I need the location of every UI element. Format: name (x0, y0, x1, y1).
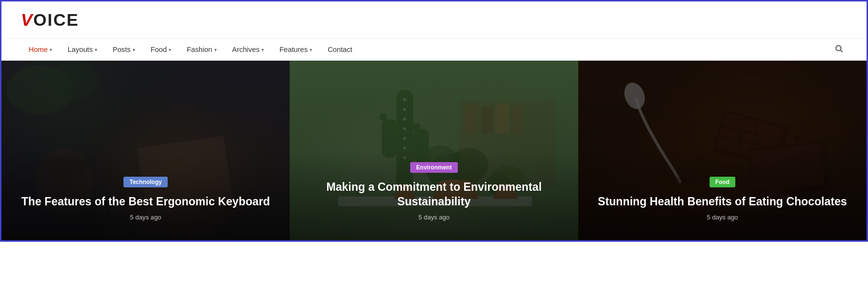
card-content-3: Food Stunning Health Benefits of Eating … (578, 61, 867, 240)
nav-item-fashion[interactable]: Fashion ▾ (179, 39, 224, 60)
card-meta-1: 5 days ago (16, 214, 275, 221)
nav-label-features: Features (279, 46, 308, 53)
card-content-2: Environment Making a Commitment to Envir… (290, 61, 578, 240)
chevron-down-icon: ▾ (50, 47, 52, 52)
nav-link-features[interactable]: Features ▾ (272, 39, 320, 60)
nav-label-archives: Archives (232, 46, 260, 53)
chevron-down-icon: ▾ (169, 47, 171, 52)
nav-link-contact[interactable]: Contact (320, 39, 360, 60)
chevron-down-icon: ▾ (214, 47, 217, 52)
badge-technology: Technology (123, 177, 167, 187)
logo-v: V (21, 10, 33, 29)
main-nav: Home ▾ Layouts ▾ Posts ▾ Food ▾ Fashion (1, 38, 867, 61)
card-title-3: Stunning Health Benefits of Eating Choco… (593, 194, 852, 209)
logo-rest: OICE (33, 10, 79, 29)
nav-label-layouts: Layouts (68, 46, 93, 53)
nav-link-fashion[interactable]: Fashion ▾ (179, 39, 224, 60)
chevron-down-icon: ▾ (133, 47, 135, 52)
card-food[interactable]: Food Stunning Health Benefits of Eating … (578, 61, 867, 240)
chevron-down-icon: ▾ (310, 47, 312, 52)
nav-link-archives[interactable]: Archives ▾ (225, 39, 272, 60)
nav-item-archives[interactable]: Archives ▾ (225, 39, 272, 60)
card-title-2: Making a Commitment to Environmental Sus… (304, 180, 563, 209)
svg-point-0 (836, 46, 841, 51)
card-title-1: The Features of the Best Ergonomic Keybo… (16, 194, 275, 209)
nav-item-home[interactable]: Home ▾ (21, 39, 60, 60)
nav-label-home: Home (29, 46, 48, 53)
nav-label-fashion: Fashion (187, 46, 212, 53)
nav-label-food: Food (151, 46, 167, 53)
nav-label-posts: Posts (113, 46, 131, 53)
nav-item-layouts[interactable]: Layouts ▾ (60, 39, 105, 60)
nav-label-contact: Contact (328, 46, 352, 53)
nav-links: Home ▾ Layouts ▾ Posts ▾ Food ▾ Fashion (21, 39, 360, 60)
nav-link-home[interactable]: Home ▾ (21, 39, 60, 60)
nav-item-features[interactable]: Features ▾ (272, 39, 320, 60)
nav-link-food[interactable]: Food ▾ (143, 39, 179, 60)
chevron-down-icon: ▾ (261, 47, 264, 52)
featured-cards: Technology The Features of the Best Ergo… (1, 61, 867, 240)
nav-item-contact[interactable]: Contact (320, 39, 360, 60)
site-header: VOICE (1, 1, 867, 38)
badge-environment: Environment (410, 162, 457, 173)
nav-item-posts[interactable]: Posts ▾ (105, 39, 143, 60)
card-content-1: Technology The Features of the Best Ergo… (1, 61, 290, 240)
chevron-down-icon: ▾ (95, 47, 97, 52)
nav-link-posts[interactable]: Posts ▾ (105, 39, 143, 60)
search-icon[interactable] (831, 40, 847, 59)
card-meta-3: 5 days ago (593, 214, 852, 221)
nav-link-layouts[interactable]: Layouts ▾ (60, 39, 105, 60)
card-meta-2: 5 days ago (304, 214, 563, 221)
badge-food: Food (710, 177, 735, 187)
card-technology[interactable]: Technology The Features of the Best Ergo… (1, 61, 290, 240)
site-logo[interactable]: VOICE (21, 10, 79, 30)
card-environment[interactable]: Environment Making a Commitment to Envir… (290, 61, 578, 240)
nav-item-food[interactable]: Food ▾ (143, 39, 179, 60)
svg-line-1 (840, 50, 842, 52)
